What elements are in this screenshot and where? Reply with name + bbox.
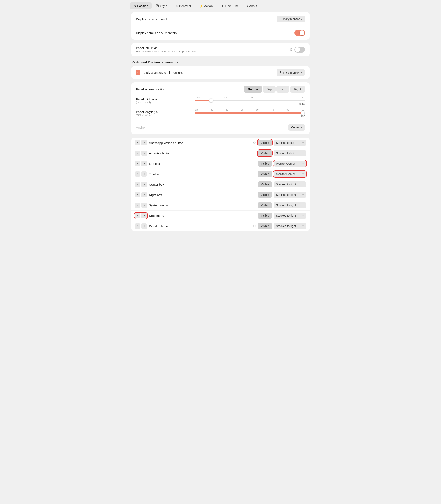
visible-button[interactable]: Visible (258, 140, 272, 146)
arrow-down-button[interactable]: ∨ (141, 213, 147, 218)
item-arrows-group: ∧∨ (135, 182, 147, 187)
intellihide-row: Panel Intellihide Hide and reveal the pa… (131, 43, 310, 56)
visible-button[interactable]: Visible (258, 192, 272, 198)
arrow-up-button[interactable]: ∧ (135, 192, 141, 197)
item-name: Right box (149, 193, 258, 197)
arrow-down-button[interactable]: ∨ (141, 171, 147, 177)
apply-changes-left: ✓ Apply changes to all monitors (136, 70, 183, 75)
primary-monitor-dropdown[interactable]: Primary monitor ▾ (277, 16, 305, 22)
position-dropdown[interactable]: Stacked to right∨ (274, 181, 306, 188)
position-btn-left[interactable]: Left (276, 86, 289, 93)
item-gear-button[interactable]: ⚙ (253, 224, 256, 228)
intellihide-title: Panel Intellihide (136, 46, 196, 50)
arrow-up-button[interactable]: ∧ (135, 213, 141, 218)
chevron-down-icon: ∨ (302, 142, 304, 144)
tab-style-label: Style (160, 4, 167, 8)
position-dropdown[interactable]: Monitor Center∨ (274, 171, 306, 177)
arrow-down-button[interactable]: ∨ (141, 140, 147, 145)
arrow-down-button[interactable]: ∨ (141, 192, 147, 197)
arrow-up-button[interactable]: ∧ (135, 161, 141, 166)
list-item: ∧∨System menuVisibleStacked to right∨ (131, 200, 310, 211)
panel-length-fill (195, 112, 303, 113)
arrow-down-button[interactable]: ∨ (141, 161, 147, 166)
display-all-monitors-toggle[interactable] (294, 30, 305, 36)
chevron-down-icon: ∨ (302, 162, 304, 165)
position-card-inner: Panel screen position Bottom Top Left Ri… (131, 82, 310, 134)
items-list-card: ∧∨Show Applications button⚙VisibleStacke… (131, 138, 310, 231)
intellihide-right: ⚙ (289, 47, 305, 53)
position-btn-bottom[interactable]: Bottom (244, 86, 262, 93)
arrow-up-button[interactable]: ∧ (135, 182, 141, 187)
position-dropdown[interactable]: Stacked to left∨ (274, 140, 306, 146)
visible-button[interactable]: Visible (258, 160, 272, 167)
finetune-icon: 🎛 (221, 4, 224, 8)
tab-behavior[interactable]: ⚙ Behavior (172, 2, 195, 9)
arrow-down-button[interactable]: ∨ (141, 223, 147, 229)
arrow-down-button[interactable]: ∨ (141, 182, 147, 187)
action-icon: ⚡ (200, 4, 203, 8)
visible-button[interactable]: Visible (258, 213, 272, 219)
visible-button[interactable]: Visible (258, 171, 272, 177)
visible-button[interactable]: Visible (258, 150, 272, 156)
about-icon: ℹ (247, 4, 248, 8)
position-dropdown[interactable]: Stacked to right∨ (274, 202, 306, 208)
panel-thickness-sublabel: (default is 48) (136, 101, 191, 104)
anchor-dropdown[interactable]: Center ▾ (288, 124, 305, 131)
position-dropdown-label: Stacked to left (276, 141, 294, 144)
tab-about[interactable]: ℹ About (243, 2, 261, 9)
intellihide-gear-button[interactable]: ⚙ (289, 47, 292, 52)
position-dropdown[interactable]: Monitor Center∨ (274, 160, 306, 167)
tab-action[interactable]: ⚡ Action (196, 2, 216, 9)
position-buttons-group: Bottom Top Left Right (244, 86, 305, 93)
display-all-monitors-label: Display panels on all monitors (136, 31, 177, 35)
chevron-down-icon: ∨ (302, 204, 304, 207)
item-name: Desktop button (149, 224, 253, 228)
content-area: Display the main panel on Primary monito… (126, 12, 315, 231)
panel-length-track[interactable] (195, 112, 305, 113)
position-dropdown[interactable]: Stacked to right∨ (274, 223, 306, 229)
item-name: Activities button (149, 152, 258, 155)
arrow-down-button[interactable]: ∨ (141, 151, 147, 156)
list-item: ∧∨Activities buttonVisibleStacked to lef… (131, 148, 310, 158)
arrow-up-button[interactable]: ∧ (135, 223, 141, 229)
arrow-up-button[interactable]: ∧ (135, 171, 141, 177)
anchor-value: Center (291, 126, 300, 129)
item-gear-button[interactable]: ⚙ (253, 141, 256, 145)
panel-thickness-left: Panel thickness (default is 48) (136, 98, 191, 104)
item-name: Taskbar (149, 172, 258, 176)
tab-finetune[interactable]: 🎛 Fine-Tune (217, 2, 243, 9)
arrow-up-button[interactable]: ∧ (135, 140, 141, 145)
visible-button[interactable]: Visible (258, 202, 272, 208)
arrow-up-button[interactable]: ∧ (135, 151, 141, 156)
position-dropdown[interactable]: Stacked to right∨ (274, 213, 306, 219)
visible-button[interactable]: Visible (258, 223, 272, 229)
tab-position[interactable]: ⊙ Position (130, 2, 152, 9)
panel-length-ticks: 20 30 40 50 60 70 80 90 (195, 109, 305, 111)
tab-behavior-label: Behavior (179, 4, 191, 8)
panel-thickness-track[interactable] (195, 100, 305, 101)
item-name: Show Applications button (149, 141, 253, 145)
panel-screen-position-label: Panel screen position (136, 88, 165, 91)
intellihide-toggle[interactable] (294, 47, 305, 53)
chevron-down-icon-2: ▾ (301, 71, 302, 74)
apply-changes-checkbox[interactable]: ✓ (136, 70, 141, 75)
position-btn-right[interactable]: Right (290, 86, 305, 93)
primary-monitor-label: Primary monitor (280, 17, 300, 21)
position-btn-top[interactable]: Top (263, 86, 276, 93)
visible-button[interactable]: Visible (258, 181, 272, 188)
screen-position-row: Panel screen position Bottom Top Left Ri… (136, 86, 305, 93)
tab-style[interactable]: 🖼 Style (153, 2, 171, 9)
panel-length-thumb[interactable] (301, 111, 305, 115)
arrow-down-button[interactable]: ∨ (141, 203, 147, 208)
panel-thickness-slider-area: 2432 48 64 96 48 px (191, 96, 305, 105)
tab-about-label: About (249, 4, 257, 8)
panel-thickness-thumb[interactable] (209, 99, 213, 102)
apply-changes-monitor-dropdown[interactable]: Primary monitor ▾ (277, 69, 305, 76)
position-dropdown[interactable]: Stacked to right∨ (274, 192, 306, 198)
arrow-up-button[interactable]: ∧ (135, 203, 141, 208)
list-item: ∧∨Right boxVisibleStacked to right∨ (131, 190, 310, 200)
apply-changes-row: ✓ Apply changes to all monitors Primary … (131, 66, 310, 79)
panel-length-row: Panel length (%) (default is 100) 20 30 … (136, 109, 305, 118)
position-icon: ⊙ (134, 4, 136, 8)
position-dropdown[interactable]: Stacked to left∨ (274, 150, 306, 156)
